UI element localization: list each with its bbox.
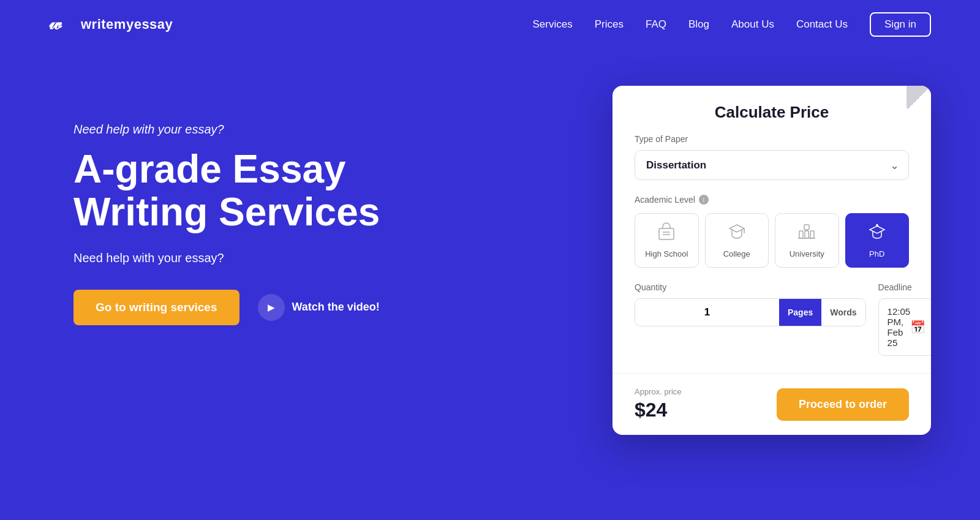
phd-icon	[867, 222, 887, 244]
university-label: University	[790, 249, 824, 258]
level-phd[interactable]: PhD	[845, 213, 910, 268]
high-school-icon	[657, 222, 676, 244]
high-school-label: High School	[645, 249, 688, 258]
quantity-deadline-section: Quantity Pages Words Deadline 12:05 PM, …	[635, 282, 909, 356]
nav-about[interactable]: About Us	[731, 18, 774, 31]
quantity-input[interactable]	[635, 299, 779, 326]
phd-label: PhD	[869, 249, 884, 258]
calculator-header: Calculate Price	[612, 86, 931, 134]
hero-title: A-grade Essay Writing Services	[74, 148, 564, 234]
university-icon	[797, 222, 816, 244]
price-value: $24	[635, 399, 682, 421]
main-content: Need help with your essay? A-grade Essay…	[0, 49, 980, 459]
quantity-controls: Pages Words	[635, 298, 866, 326]
college-icon	[727, 222, 747, 244]
deadline-section: Deadline 12:05 PM, Feb 25 📅	[878, 282, 931, 356]
college-label: College	[723, 249, 750, 258]
academic-levels-grid: High School College	[635, 213, 909, 268]
calculator-title: Calculate Price	[635, 103, 909, 122]
academic-level-label: Academic Level i	[635, 195, 909, 205]
watch-video-label: Watch the video!	[292, 301, 380, 314]
hero-actions: Go to writing services ▶ Watch the video…	[74, 290, 564, 325]
svg-text:𝓌: 𝓌	[49, 13, 62, 33]
logo-icon: 𝓌	[49, 12, 74, 37]
watch-video-button[interactable]: ▶ Watch the video!	[258, 294, 380, 321]
info-icon[interactable]: i	[699, 195, 709, 205]
academic-level-section: Academic Level i High Sch	[635, 195, 909, 268]
pages-words-toggle: Pages Words	[779, 299, 865, 326]
cta-button[interactable]: Go to writing services	[74, 290, 239, 325]
svg-point-12	[876, 224, 878, 226]
quantity-label: Quantity	[635, 282, 866, 292]
nav-prices[interactable]: Prices	[595, 18, 624, 31]
deadline-label: Deadline	[878, 282, 931, 292]
level-high-school[interactable]: High School	[635, 213, 699, 268]
words-toggle[interactable]: Words	[821, 299, 865, 326]
calculator-card: Calculate Price Type of Paper Dissertati…	[612, 86, 931, 435]
nav-contact[interactable]: Contact Us	[796, 18, 848, 31]
logo-area: 𝓌 writemyessay	[49, 12, 173, 37]
svg-rect-5	[804, 225, 809, 230]
proceed-button[interactable]: Proceed to order	[777, 388, 909, 421]
nav-services[interactable]: Services	[533, 18, 573, 31]
price-section: Approx. price $24	[635, 387, 682, 421]
calculator-body: Type of Paper Dissertation Essay Researc…	[612, 134, 931, 373]
calculator-footer: Approx. price $24 Proceed to order	[612, 373, 931, 435]
deadline-input-wrapper[interactable]: 12:05 PM, Feb 25 📅	[878, 298, 931, 356]
level-university[interactable]: University	[775, 213, 839, 268]
svg-rect-1	[659, 228, 674, 239]
svg-rect-7	[805, 231, 809, 238]
nav-faq[interactable]: FAQ	[646, 18, 666, 31]
play-icon: ▶	[258, 294, 285, 321]
approx-price-label: Approx. price	[635, 387, 682, 396]
logo-text: writemyessay	[81, 17, 173, 32]
header: 𝓌 writemyessay Services Prices FAQ Blog …	[0, 0, 980, 49]
hero-description: Need help with your essay?	[74, 251, 564, 265]
hero-title-line1: A-grade Essay	[74, 147, 346, 191]
svg-rect-6	[799, 231, 803, 238]
deadline-value: 12:05 PM, Feb 25	[888, 306, 911, 348]
hero-title-line2: Writing Services	[74, 190, 380, 234]
hero-section: Need help with your essay? A-grade Essay…	[74, 86, 564, 325]
hero-subtitle: Need help with your essay?	[74, 122, 564, 137]
nav-blog[interactable]: Blog	[688, 18, 709, 31]
svg-rect-8	[810, 231, 814, 238]
level-college[interactable]: College	[705, 213, 769, 268]
paper-type-wrapper: Dissertation Essay Research Paper Term P…	[635, 150, 909, 180]
main-nav: Services Prices FAQ Blog About Us Contac…	[533, 12, 931, 37]
calendar-icon: 📅	[910, 320, 925, 334]
paper-type-label: Type of Paper	[635, 134, 909, 144]
quantity-section: Quantity Pages Words	[635, 282, 866, 356]
paper-type-select[interactable]: Dissertation Essay Research Paper Term P…	[635, 150, 909, 180]
sign-in-button[interactable]: Sign in	[870, 12, 931, 37]
pages-toggle[interactable]: Pages	[779, 299, 821, 326]
